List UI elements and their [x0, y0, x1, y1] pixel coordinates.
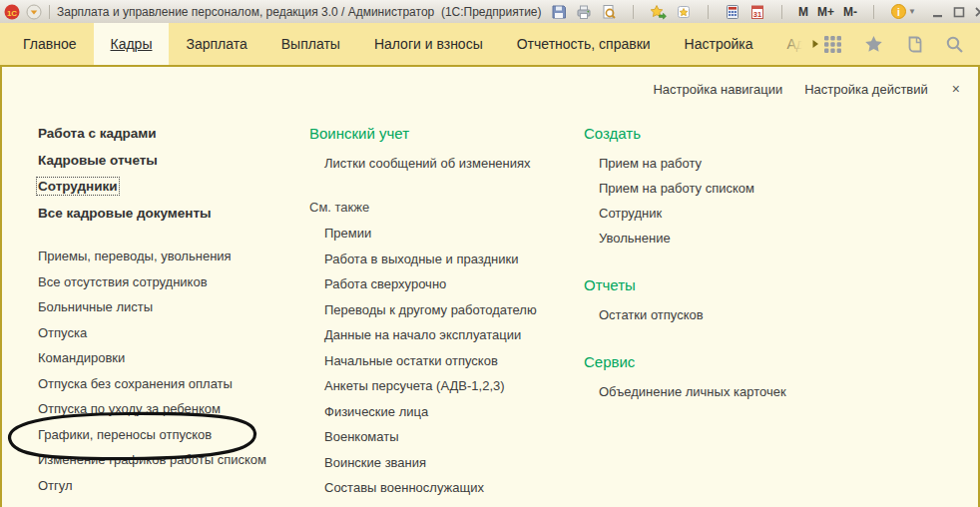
favorites-go-icon[interactable] [650, 2, 667, 22]
print-icon[interactable] [576, 2, 592, 22]
memory-add-button[interactable]: M+ [817, 2, 834, 22]
close-window-button[interactable] [973, 2, 980, 22]
tab-toolbar [823, 23, 964, 65]
section-header-servis: Сервис [584, 349, 863, 379]
nav-link[interactable]: Объединение личных карточек [584, 379, 863, 404]
nav-link[interactable]: Составы военнослужащих [309, 475, 579, 501]
tab-glavnoe[interactable]: Главное [6, 23, 94, 65]
nav-link[interactable]: Военкоматы [309, 424, 579, 450]
tab-administrirovanie[interactable]: Администрирован [770, 23, 807, 65]
actions-settings-link[interactable]: Настройка действий [804, 82, 928, 97]
window-controls [931, 0, 980, 23]
save-icon[interactable] [551, 2, 567, 22]
nav-link[interactable]: Данные на начало эксплуатации [309, 322, 579, 348]
nav-link[interactable]: Командировки [38, 345, 305, 371]
minimize-button[interactable] [931, 2, 945, 22]
svg-text:31: 31 [753, 9, 761, 18]
svg-text:1С: 1С [7, 8, 17, 17]
panel-column-main: Работа с кадрами Кадровые отчеты Сотрудн… [38, 121, 305, 498]
panel-column-actions: Создать Прием на работу Прием на работу … [584, 121, 863, 426]
panel-close-icon[interactable]: × [950, 81, 962, 97]
memory-recall-button[interactable]: M [798, 2, 808, 22]
favorites-add-icon[interactable] [676, 2, 692, 22]
nav-link[interactable]: Больничные листы [38, 294, 305, 320]
nav-link[interactable]: Воинские звания [309, 450, 579, 476]
nav-link[interactable]: Остатки отпусков [584, 302, 863, 327]
panel-header: Настройка навигации Настройка действий × [653, 81, 962, 97]
nav-link-bold-focused[interactable]: Сотрудники [38, 174, 305, 201]
section-header-sozdat: Создать [584, 121, 863, 151]
nav-link[interactable]: Графики, переносы отпусков [38, 422, 305, 448]
service-links: Объединение личных карточек [584, 379, 863, 404]
all-functions-grid-icon[interactable] [823, 35, 842, 54]
nav-link[interactable]: Начальные остатки отпусков [309, 348, 579, 374]
nav-link[interactable]: Прием на работу [584, 151, 863, 176]
history-icon[interactable] [905, 35, 923, 54]
see-also-links: Премии Работа в выходные и праздники Раб… [309, 221, 579, 501]
nav-link[interactable]: Приемы, переводы, увольнения [38, 244, 305, 269]
favorites-star-icon[interactable] [864, 35, 883, 54]
tab-overflow-arrow-icon[interactable] [807, 23, 823, 65]
nav-link-bold[interactable]: Все кадровые документы [38, 201, 305, 228]
tab-zarplata[interactable]: Зарплата [169, 23, 263, 65]
military-links: Листки сообщений об изменениях [309, 151, 579, 177]
nav-link[interactable]: Увольнение [584, 226, 863, 251]
section-header-otchety: Отчеты [584, 272, 863, 302]
tab-otchetnost-spravki[interactable]: Отчетность, справки [500, 23, 668, 65]
nav-link[interactable]: Переводы к другому работодателю [309, 297, 579, 323]
report-links: Остатки отпусков [584, 302, 863, 327]
nav-link[interactable]: Отгул [38, 473, 305, 499]
kadry-menu-panel: Настройка навигации Настройка действий ×… [0, 67, 980, 507]
1c-logo-icon: 1С [4, 4, 20, 20]
titlebar-separator [49, 5, 50, 19]
toolbar-separator [633, 5, 634, 19]
see-also-label: См. также [309, 195, 579, 221]
svg-text:i: i [897, 7, 900, 18]
tab-vyplaty[interactable]: Выплаты [264, 23, 357, 65]
nav-link[interactable]: Все отсутствия сотрудников [38, 269, 305, 295]
nav-link-bold[interactable]: Кадровые отчеты [38, 148, 305, 175]
group-service: Сервис Объединение личных карточек [584, 349, 863, 404]
tab-nalogi-i-vznosy[interactable]: Налоги и взносы [357, 23, 500, 65]
nav-link[interactable]: Прием на работу списком [584, 176, 863, 201]
toolbar-separator [873, 5, 874, 19]
chevron-down-icon: ▼ [908, 7, 916, 16]
create-links: Прием на работу Прием на работу списком … [584, 151, 863, 251]
calculator-icon[interactable] [725, 2, 740, 22]
nav-link[interactable]: Анкеты персучета (АДВ-1,2,3) [309, 373, 579, 399]
print-preview-icon[interactable] [601, 2, 617, 22]
toolbar-separator [708, 5, 709, 19]
window-title: Зарплата и управление персоналом, редакц… [57, 5, 542, 19]
nav-link[interactable]: Работа сверхурочно [309, 271, 579, 297]
navigation-settings-link[interactable]: Настройка навигации [653, 82, 782, 97]
nav-link[interactable]: Листки сообщений об изменениях [309, 151, 579, 177]
section-tab-bar: Главное Кадры Зарплата Выплаты Налоги и … [0, 23, 980, 67]
tab-kadry[interactable]: Кадры [94, 23, 170, 65]
info-icon[interactable]: i ▼ [890, 2, 916, 22]
memory-subtract-button[interactable]: M- [843, 2, 857, 22]
nav-link[interactable]: Отпуска без сохранения оплаты [38, 371, 305, 397]
nav-link[interactable]: Сотрудник [584, 201, 863, 226]
nav-link[interactable]: Премии [309, 221, 579, 247]
group-create: Создать Прием на работу Прием на работу … [584, 121, 863, 251]
tab-nastroyka[interactable]: Настройка [668, 23, 770, 65]
group-reports: Отчеты Остатки отпусков [584, 272, 863, 327]
nav-link[interactable]: Отпуска [38, 320, 305, 346]
toolbar-separator [781, 5, 782, 19]
nav-link[interactable]: Отпуска по уходу за ребенком [38, 396, 305, 422]
section-header-voinskiy-uchet: Воинский учет [309, 121, 579, 151]
titlebar-toolbar: 31 M M+ M- i ▼ [551, 0, 916, 23]
nav-link[interactable]: Физические лица [309, 399, 579, 425]
search-icon[interactable] [945, 35, 964, 54]
title-bar: 1С Зарплата и управление персоналом, ред… [0, 0, 980, 24]
system-menu-button[interactable] [26, 4, 42, 20]
nav-link[interactable]: Работа в выходные и праздники [309, 247, 579, 272]
nav-link-bold[interactable]: Работа с кадрами [38, 121, 305, 148]
hr-documents-links: Приемы, переводы, увольнения Все отсутст… [38, 244, 305, 498]
nav-link[interactable]: Изменение графиков работы списком [38, 447, 305, 473]
calendar-icon[interactable]: 31 [749, 2, 765, 22]
maximize-button[interactable] [952, 2, 966, 22]
panel-column-military: Воинский учет Листки сообщений об измене… [309, 121, 579, 501]
